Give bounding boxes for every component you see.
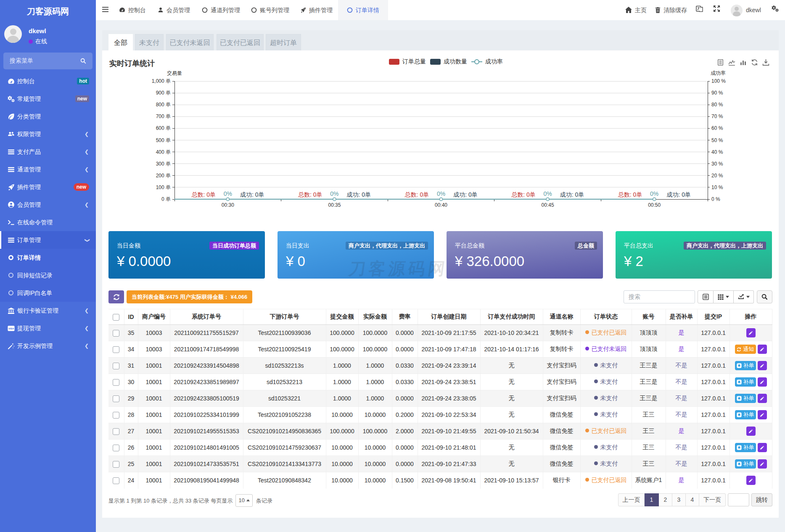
svg-text:0%: 0%: [650, 190, 658, 197]
svg-text:0%: 0%: [330, 190, 338, 197]
svg-text:50 %: 50 %: [711, 137, 723, 143]
svg-text:00:50: 00:50: [648, 202, 661, 208]
svg-text:300 单: 300 单: [156, 161, 171, 167]
svg-text:成功: 0单: 成功: 0单: [347, 191, 371, 198]
svg-text:0%: 0%: [543, 190, 552, 197]
svg-text:总数: 0单: 总数: 0单: [618, 191, 642, 198]
svg-text:总数: 0单: 总数: 0单: [298, 191, 322, 198]
svg-text:总数: 0单: 总数: 0单: [405, 191, 429, 198]
svg-text:30 %: 30 %: [711, 161, 723, 167]
svg-text:40 %: 40 %: [711, 149, 723, 155]
svg-text:1,000 单: 1,000 单: [152, 78, 171, 84]
svg-text:00:30: 00:30: [222, 202, 234, 208]
svg-text:90 %: 90 %: [711, 90, 723, 96]
svg-text:0%: 0%: [437, 190, 445, 197]
svg-text:0 %: 0 %: [711, 196, 720, 202]
svg-text:00:45: 00:45: [542, 202, 554, 208]
svg-text:80 %: 80 %: [711, 102, 723, 108]
svg-text:成功率: 成功率: [711, 70, 726, 76]
svg-text:60 %: 60 %: [711, 125, 723, 131]
svg-text:500 单: 500 单: [156, 137, 171, 143]
svg-text:600 单: 600 单: [156, 125, 171, 131]
svg-text:800 单: 800 单: [156, 102, 171, 108]
svg-text:00:35: 00:35: [328, 202, 341, 208]
svg-text:100 单: 100 单: [156, 184, 171, 190]
svg-text:0 单: 0 单: [161, 196, 171, 202]
svg-text:700 单: 700 单: [156, 113, 171, 119]
svg-text:70 %: 70 %: [711, 113, 723, 119]
svg-text:400 单: 400 单: [156, 149, 171, 155]
svg-text:0%: 0%: [224, 190, 232, 197]
svg-text:900 单: 900 单: [156, 90, 171, 96]
svg-text:20 %: 20 %: [711, 173, 723, 179]
svg-text:成功: 0单: 成功: 0单: [453, 191, 478, 198]
svg-text:成功: 0单: 成功: 0单: [560, 191, 584, 198]
svg-text:成功: 0单: 成功: 0单: [666, 191, 691, 198]
svg-text:VISA: VISA: [8, 327, 14, 329]
svg-text:100 %: 100 %: [711, 78, 726, 84]
svg-text:00:40: 00:40: [435, 202, 447, 208]
svg-text:总数: 0单: 总数: 0单: [511, 191, 536, 198]
svg-text:总数: 0单: 总数: 0单: [191, 191, 216, 198]
svg-text:成功: 0单: 成功: 0单: [240, 191, 264, 198]
svg-text:交易量: 交易量: [167, 70, 182, 76]
svg-text:10 %: 10 %: [711, 184, 723, 190]
svg-text:200 单: 200 单: [156, 173, 171, 179]
